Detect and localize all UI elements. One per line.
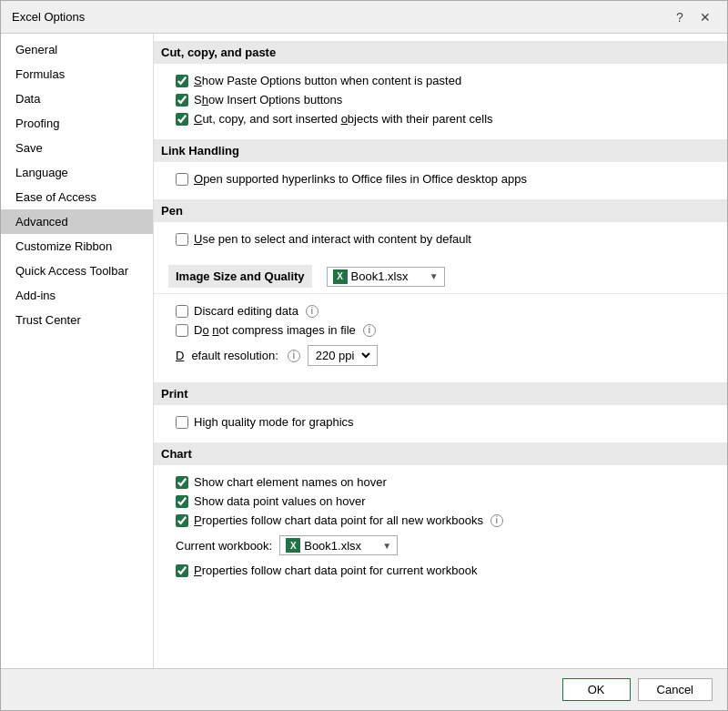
checkbox-show-chart-names-input[interactable] bbox=[176, 476, 188, 489]
sidebar-item-data[interactable]: Data bbox=[1, 86, 153, 111]
section-divider-image bbox=[154, 293, 727, 294]
current-workbook-dropdown[interactable]: X Book1.xlsx ▼ bbox=[279, 535, 398, 555]
checkbox-discard-editing: Discard editing data i bbox=[168, 301, 713, 320]
dialog-title: Excel Options bbox=[12, 10, 85, 24]
checkbox-properties-all-workbooks-input[interactable] bbox=[176, 514, 188, 527]
image-size-file-dropdown[interactable]: X Book1.xlsx ▼ bbox=[327, 267, 445, 287]
sidebar-item-ease-of-access[interactable]: Ease of Access bbox=[1, 185, 153, 209]
checkbox-cut-copy-sort-input[interactable] bbox=[176, 113, 188, 126]
sidebar-item-formulas[interactable]: Formulas bbox=[1, 62, 153, 86]
dropdown-arrow-icon: ▼ bbox=[430, 271, 439, 281]
checkbox-show-insert-options-input[interactable] bbox=[176, 94, 188, 107]
checkbox-open-hyperlinks-label: Open supported hyperlinks to Office file… bbox=[194, 172, 527, 186]
current-workbook-label: Current workbook: bbox=[176, 539, 272, 553]
title-bar-left: Excel Options bbox=[12, 10, 85, 24]
current-workbook-dropdown-text: Book1.xlsx bbox=[304, 539, 379, 553]
checkbox-properties-current-workbook: Properties follow chart data point for c… bbox=[168, 561, 713, 580]
bottom-spacer bbox=[168, 580, 713, 598]
checkbox-high-quality: High quality mode for graphics bbox=[168, 412, 713, 432]
sidebar-item-save[interactable]: Save bbox=[1, 136, 153, 160]
ok-button[interactable]: OK bbox=[562, 678, 631, 701]
properties-all-info-icon: i bbox=[490, 514, 503, 527]
current-workbook-row: Current workbook: X Book1.xlsx ▼ bbox=[168, 530, 713, 561]
sidebar-item-language[interactable]: Language bbox=[1, 160, 153, 185]
sidebar-item-quick-access-toolbar[interactable]: Quick Access Toolbar bbox=[1, 259, 153, 283]
excel-options-dialog: Excel Options ? ✕ General Formulas Data … bbox=[0, 0, 728, 711]
checkbox-use-pen-input[interactable] bbox=[176, 233, 188, 246]
resolution-info-icon: i bbox=[288, 350, 300, 362]
default-resolution-label-rest: efault resolution: bbox=[191, 349, 278, 362]
sidebar-item-advanced[interactable]: Advanced bbox=[1, 209, 153, 234]
sidebar-item-add-ins[interactable]: Add-ins bbox=[1, 283, 153, 308]
checkbox-show-chart-names: Show chart element names on hover bbox=[168, 472, 713, 492]
section-header-link-handling: Link Handling bbox=[154, 139, 727, 162]
checkbox-high-quality-label: High quality mode for graphics bbox=[194, 415, 354, 429]
sidebar-item-proofing[interactable]: Proofing bbox=[1, 111, 153, 136]
checkbox-show-data-values: Show data point values on hover bbox=[168, 492, 713, 511]
checkbox-cut-copy-sort: Cut, copy, and sort inserted objects wit… bbox=[168, 109, 713, 128]
close-button[interactable]: ✕ bbox=[694, 6, 716, 28]
checkbox-show-data-values-label: Show data point values on hover bbox=[194, 494, 366, 508]
checkbox-properties-all-workbooks: Properties follow chart data point for a… bbox=[168, 511, 713, 530]
title-controls: ? ✕ bbox=[669, 6, 716, 28]
default-resolution-label: D bbox=[176, 349, 184, 362]
section-header-image-size: Image Size and Quality bbox=[168, 265, 312, 288]
checkbox-open-hyperlinks-input[interactable] bbox=[176, 173, 188, 186]
checkbox-discard-editing-input[interactable] bbox=[176, 305, 188, 318]
checkbox-no-compress-label: Do not compress images in file bbox=[194, 323, 356, 337]
dialog-footer: OK Cancel bbox=[1, 668, 727, 710]
default-resolution-row: Default resolution: i 220 ppi 96 ppi 150… bbox=[168, 340, 713, 371]
checkbox-properties-current-workbook-label: Properties follow chart data point for c… bbox=[194, 564, 477, 577]
checkbox-use-pen-label: Use pen to select and interact with cont… bbox=[194, 232, 471, 246]
no-compress-info-icon: i bbox=[363, 324, 376, 337]
dialog-body: General Formulas Data Proofing Save Lang… bbox=[1, 34, 727, 668]
sidebar-item-general[interactable]: General bbox=[1, 37, 153, 62]
excel-icon: X bbox=[333, 269, 348, 284]
checkbox-open-hyperlinks: Open supported hyperlinks to Office file… bbox=[168, 169, 713, 188]
checkbox-show-data-values-input[interactable] bbox=[176, 495, 188, 508]
workbook-dropdown-arrow-icon: ▼ bbox=[382, 541, 391, 551]
checkbox-show-chart-names-label: Show chart element names on hover bbox=[194, 475, 387, 489]
checkbox-show-paste-options-input[interactable] bbox=[176, 75, 188, 87]
sidebar: General Formulas Data Proofing Save Lang… bbox=[1, 34, 154, 668]
image-size-quality-header-row: Image Size and Quality X Book1.xlsx ▼ bbox=[168, 259, 713, 293]
discard-editing-info-icon: i bbox=[306, 305, 318, 318]
help-button[interactable]: ? bbox=[669, 6, 691, 28]
checkbox-properties-current-workbook-input[interactable] bbox=[176, 564, 188, 577]
checkbox-high-quality-input[interactable] bbox=[176, 416, 188, 429]
checkbox-show-paste-options-label: Show Paste Options button when content i… bbox=[194, 74, 461, 87]
checkbox-no-compress-input[interactable] bbox=[176, 324, 188, 337]
resolution-select-input[interactable]: 220 ppi 96 ppi 150 ppi 330 ppi bbox=[312, 348, 373, 363]
checkbox-cut-copy-sort-label: Cut, copy, and sort inserted objects wit… bbox=[194, 112, 493, 126]
checkbox-discard-editing-label: Discard editing data bbox=[194, 304, 298, 318]
resolution-dropdown[interactable]: 220 ppi 96 ppi 150 ppi 330 ppi bbox=[308, 345, 378, 366]
title-bar: Excel Options ? ✕ bbox=[1, 1, 727, 34]
checkbox-properties-all-workbooks-label: Properties follow chart data point for a… bbox=[194, 513, 483, 527]
checkbox-show-insert-options-label: Show Insert Options buttons bbox=[194, 93, 342, 107]
checkbox-show-insert-options: Show Insert Options buttons bbox=[168, 90, 713, 109]
excel-icon-workbook: X bbox=[286, 538, 300, 553]
sidebar-item-trust-center[interactable]: Trust Center bbox=[1, 308, 153, 332]
cancel-button[interactable]: Cancel bbox=[638, 678, 713, 701]
section-header-print: Print bbox=[154, 382, 727, 405]
sidebar-item-customize-ribbon[interactable]: Customize Ribbon bbox=[1, 234, 153, 259]
section-header-pen: Pen bbox=[154, 199, 727, 222]
section-header-chart: Chart bbox=[154, 442, 727, 465]
content-area: Cut, copy, and paste Show Paste Options … bbox=[154, 34, 727, 668]
checkbox-show-paste-options: Show Paste Options button when content i… bbox=[168, 71, 713, 90]
checkbox-no-compress: Do not compress images in file i bbox=[168, 320, 713, 340]
checkbox-use-pen: Use pen to select and interact with cont… bbox=[168, 229, 713, 249]
content-scroll[interactable]: Cut, copy, and paste Show Paste Options … bbox=[154, 34, 727, 668]
section-header-cut-copy-paste: Cut, copy, and paste bbox=[154, 41, 727, 64]
image-size-dropdown-text: Book1.xlsx bbox=[351, 269, 426, 283]
